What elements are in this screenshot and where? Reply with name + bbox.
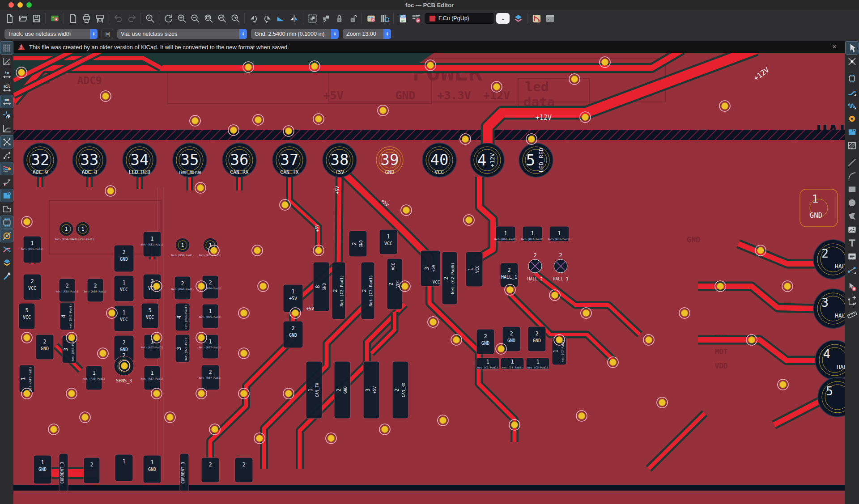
tht-pad[interactable]: 36CAN_RX xyxy=(222,143,256,177)
dimension-icon[interactable] xyxy=(846,263,858,276)
grid-dropdown[interactable]: Grid: 2.5400 mm (0.1000 in) ▲▼ xyxy=(251,29,339,39)
polar-coords-icon[interactable]: rθ xyxy=(0,55,13,68)
setup-icon[interactable] xyxy=(48,12,61,25)
pads-filled-icon[interactable] xyxy=(0,216,13,229)
pcb-canvas[interactable]: POWER+5VGND+3.3V+12VleddataADC0ADC9HALGN… xyxy=(13,53,845,504)
net-highlight-icon[interactable] xyxy=(0,162,13,175)
draw-arc-icon[interactable] xyxy=(846,169,858,182)
smd-footprint[interactable]: CURRENT_3 xyxy=(59,453,68,491)
delete-tool-icon[interactable] xyxy=(846,280,858,293)
tht-pad[interactable]: 32ADC_9 xyxy=(23,143,57,177)
select-arrow-icon[interactable] xyxy=(846,42,858,54)
pcb-drawing[interactable]: POWER+5VGND+3.3V+12VleddataADC0ADC9HALGN… xyxy=(13,53,845,491)
tht-pad[interactable]: 37CAN_TX xyxy=(272,143,306,177)
smd-footprint[interactable]: 2GND xyxy=(114,245,134,272)
plot-icon[interactable] xyxy=(93,12,106,25)
smd-footprint[interactable]: 1Net-(C5-Pad1) xyxy=(526,358,549,369)
smd-footprint[interactable]: 2CAN_RX xyxy=(392,361,408,419)
find-icon[interactable]: A xyxy=(143,12,157,25)
net-icon[interactable]: NET xyxy=(396,12,409,25)
smd-footprint[interactable]: 1Net-(R57-Pad1) xyxy=(141,366,164,390)
draw-rect-icon[interactable] xyxy=(846,183,858,195)
tht-pad[interactable]: 35TEMP_MOTOR xyxy=(173,143,207,177)
units-inches-icon[interactable]: in xyxy=(0,68,13,81)
origin-icon[interactable] xyxy=(846,294,858,306)
free-angle-icon[interactable] xyxy=(0,122,13,135)
smd-footprint[interactable]: 1Net-(R05-Pad1) xyxy=(199,304,222,328)
properties-tools-icon[interactable] xyxy=(0,270,13,282)
rule-area-icon[interactable] xyxy=(846,139,858,152)
place-image-icon[interactable] xyxy=(846,223,858,236)
zone-outline-icon[interactable] xyxy=(0,203,13,215)
print-icon[interactable] xyxy=(80,12,93,25)
unlock-icon[interactable] xyxy=(346,12,359,25)
track-width-indicator-icon[interactable]: |=| xyxy=(102,29,113,39)
zpage-icon[interactable] xyxy=(202,12,215,25)
draw-circle-icon[interactable] xyxy=(846,196,858,209)
lock-icon[interactable] xyxy=(332,12,346,25)
smd-footprint[interactable]: 2 xyxy=(201,457,219,483)
smd-footprint[interactable]: 2Net-(C2-Pad1) xyxy=(332,262,345,319)
close-warning-icon[interactable]: × xyxy=(832,42,840,51)
smd-footprint[interactable]: 2 xyxy=(235,457,253,483)
place-via-icon[interactable] xyxy=(846,112,858,125)
smd-footprint[interactable]: 1GND xyxy=(143,455,161,483)
smd-footprint[interactable]: 8GND xyxy=(313,262,329,311)
tht-pad[interactable]: 34LED_RED xyxy=(123,143,157,177)
rotl-icon[interactable] xyxy=(247,12,260,25)
smd-footprint[interactable]: 3Net-(R23-Pad1) xyxy=(175,335,190,362)
text-box-icon[interactable] xyxy=(846,250,858,263)
draw-zone-icon[interactable] xyxy=(846,126,858,138)
zone-filled-icon[interactable] xyxy=(0,189,13,202)
smd-footprint[interactable]: 2GND xyxy=(283,321,303,348)
smd-footprint[interactable]: 3+5V xyxy=(363,361,379,419)
smd-footprint[interactable]: 2Net-(C3-Pad1) xyxy=(361,262,374,319)
smd-footprint[interactable]: 2GND xyxy=(476,329,494,354)
measure-icon[interactable] xyxy=(846,307,858,320)
smd-footprint[interactable]: 1Net-(R31-Pad1) xyxy=(141,232,164,257)
smd-footprint[interactable]: 1Net-(C1-Pad1) xyxy=(476,358,499,369)
smd-footprint[interactable]: 2 xyxy=(84,457,100,483)
smd-footprint[interactable]: 1CAN_TX xyxy=(306,361,322,419)
smd-footprint[interactable]: 1Net-(R61-Pad1) xyxy=(494,226,517,241)
units-mils-icon[interactable]: mil xyxy=(0,82,13,94)
grid-dots-icon[interactable] xyxy=(0,42,13,54)
redo-icon[interactable] xyxy=(125,12,138,25)
rotr-icon[interactable] xyxy=(260,12,274,25)
group-icon[interactable] xyxy=(306,12,319,25)
smd-footprint[interactable]: 1Net-(R51-Pad1) xyxy=(21,236,44,263)
smd-footprint[interactable]: 2Net-(R60-Pad1) xyxy=(171,276,194,300)
refresh-icon[interactable] xyxy=(162,12,175,25)
draw-polygon-icon[interactable] xyxy=(846,210,858,222)
smd-footprint[interactable]: 5VCC xyxy=(141,303,158,328)
tht-pad[interactable]: 4+12V xyxy=(470,143,504,177)
local-ratsnest-icon[interactable] xyxy=(846,55,858,68)
tracks-sketch-icon[interactable] xyxy=(0,243,13,255)
tht-pad[interactable]: 5LED_RED xyxy=(519,143,553,177)
zin-icon[interactable] xyxy=(175,12,188,25)
save-icon[interactable] xyxy=(30,12,43,25)
sheet-icon[interactable] xyxy=(66,12,80,25)
cursor-crosshair-icon[interactable] xyxy=(0,109,13,121)
new-icon[interactable] xyxy=(3,12,16,25)
router-icon[interactable] xyxy=(530,12,543,25)
units-mm-icon[interactable]: mm xyxy=(0,95,13,108)
smd-footprint[interactable]: 1Net-(C4-Pad1) xyxy=(501,358,524,369)
console-icon[interactable]: >_ xyxy=(543,12,557,25)
smd-footprint[interactable]: 1VCC xyxy=(114,305,134,331)
zsel-icon[interactable] xyxy=(229,12,242,25)
tht-pad[interactable]: 40VCC xyxy=(422,143,456,177)
smd-footprint[interactable]: 4Net-(R66-Pad1) xyxy=(175,303,190,331)
smd-footprint[interactable]: 1Net-(R63-Pad1) xyxy=(548,226,571,241)
smd-footprint[interactable]: 1VCC xyxy=(466,252,483,287)
lib-icon[interactable] xyxy=(378,12,391,25)
active-layer-dropdown[interactable]: F.Cu (PgUp) xyxy=(425,13,493,24)
smd-footprint[interactable]: 2GND xyxy=(528,326,546,352)
zoom-dropdown[interactable]: Zoom 13.00 ▲▼ xyxy=(343,29,391,39)
track-width-dropdown[interactable]: Track: use netclass width ▲▼ xyxy=(4,29,98,39)
smd-footprint[interactable]: 2Net-(R08-Pad1) xyxy=(84,279,107,302)
zout-icon[interactable] xyxy=(188,12,202,25)
smd-footprint[interactable]: 2Net-(R87-Pad1) xyxy=(199,365,222,390)
place-text-icon[interactable] xyxy=(846,237,858,249)
ratsnest-curved-icon[interactable] xyxy=(0,149,13,161)
